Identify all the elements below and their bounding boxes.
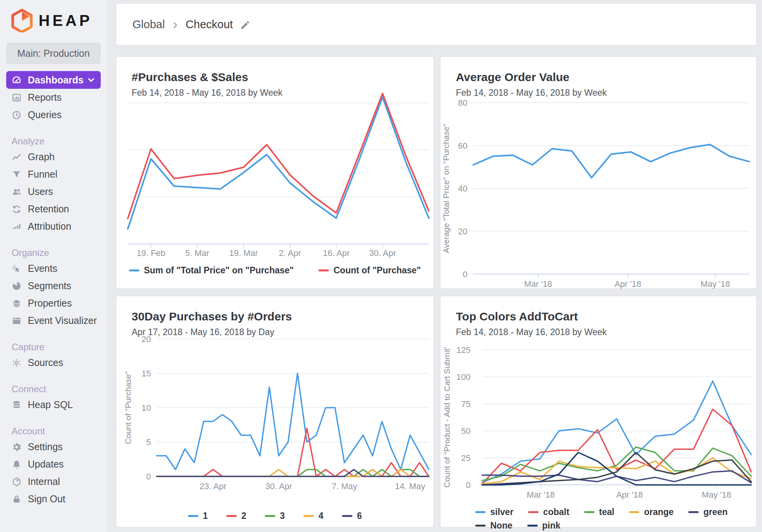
svg-text:30. Apr: 30. Apr [265, 481, 292, 491]
legend-item-4[interactable]: 4 [303, 511, 323, 521]
sidebar-item-event-visualizer[interactable]: Event Visualizer [0, 312, 107, 329]
sidebar-item-graph[interactable]: Graph [0, 148, 107, 166]
sidebar-item-label: Events [28, 263, 57, 274]
svg-text:5: 5 [146, 437, 151, 447]
svg-text:30. Apr: 30. Apr [369, 248, 396, 258]
sidebar-item-label: Segments [28, 280, 71, 291]
legend-item-6[interactable]: 6 [342, 511, 362, 521]
svg-text:7. May: 7. May [332, 481, 357, 491]
heap-logo-icon [11, 8, 33, 32]
sidebar-item-sign-out[interactable]: Sign Out [0, 490, 107, 508]
sidebar-item-properties[interactable]: Properties [0, 295, 107, 312]
breadcrumb-global[interactable]: Global [132, 18, 165, 31]
sidebar-item-label: Users [28, 186, 53, 197]
sidebar-item-funnel[interactable]: Funnel [0, 166, 107, 183]
legend-item-none[interactable]: None [475, 520, 513, 531]
legend-item-3[interactable]: 3 [265, 511, 285, 521]
sidebar-item-settings[interactable]: Settings [0, 438, 107, 456]
legend-item-count-of-purchase[interactable]: Count of "Purchase" [318, 265, 421, 276]
legend-item-green[interactable]: green [688, 507, 728, 517]
sidebar-item-sources[interactable]: Sources [0, 354, 107, 371]
purchases-sales-legend: Sum of "Total Price" on "Purchase"Count … [116, 265, 433, 276]
svg-text:0: 0 [466, 480, 471, 490]
legend-item-silver[interactable]: silver [475, 507, 513, 517]
sidebar-item-label: Queries [28, 109, 62, 120]
sidebar-section-connect: Connect [0, 382, 107, 396]
sidebar-item-internal[interactable]: Internal [0, 473, 107, 490]
sidebar-item-events[interactable]: Events [0, 260, 107, 277]
svg-text:15: 15 [142, 369, 151, 378]
sidebar-item-label: Reports [28, 92, 62, 103]
sidebar-section-account: Account [0, 424, 107, 438]
sidebar-item-label: Heap SQL [28, 399, 73, 410]
sidebar-section-capture: Capture [0, 340, 107, 354]
legend-swatch [475, 511, 486, 513]
sidebar-item-label: Graph [28, 151, 54, 163]
sidebar-item-segments[interactable]: Segments [0, 277, 107, 295]
funnel-icon [12, 169, 22, 180]
chart-card-purchases-sales: #Purchases & $Sales Feb 14, 2018 - May 1… [116, 56, 434, 289]
svg-text:May '18: May '18 [701, 279, 730, 289]
legend-swatch [527, 525, 538, 527]
sidebar: HEAP Main: Production DashboardsReportsQ… [0, 0, 107, 532]
edit-dashboard-name-button[interactable] [240, 20, 251, 30]
svg-text:5. Mar: 5. Mar [185, 248, 209, 258]
settings-icon [12, 442, 22, 452]
breadcrumb-checkout[interactable]: Checkout [186, 18, 233, 31]
chevron-down-icon[interactable] [86, 75, 96, 85]
sidebar-section-organize: Organize [0, 246, 107, 260]
svg-text:40: 40 [458, 184, 467, 193]
svg-text:Average "Total Price" on "Purc: Average "Total Price" on "Purchase" [442, 124, 450, 253]
sidebar-item-queries[interactable]: Queries [0, 106, 107, 124]
legend-item-orange[interactable]: orange [629, 507, 674, 517]
svg-text:Count of "Purchase": Count of "Purchase" [124, 371, 132, 444]
legend-swatch [528, 511, 538, 513]
sidebar-item-reports[interactable]: Reports [0, 89, 107, 106]
svg-text:10: 10 [142, 403, 151, 413]
legend-item-pink[interactable]: pink [527, 520, 560, 531]
sidebar-item-retention[interactable]: Retention [0, 200, 107, 218]
updates-icon [12, 459, 22, 469]
legend-item-2[interactable]: 2 [226, 511, 246, 521]
svg-text:0: 0 [463, 269, 467, 279]
sidebar-item-users[interactable]: Users [0, 183, 107, 200]
legend-swatch [188, 515, 198, 517]
segments-icon [12, 281, 22, 291]
sidebar-item-label: Internal [28, 476, 60, 487]
legend-item-cobalt[interactable]: cobalt [528, 507, 569, 517]
sidebar-item-dashboards[interactable]: Dashboards [6, 71, 101, 89]
legend-swatch [688, 511, 699, 513]
heap-logo[interactable]: HEAP [0, 0, 107, 32]
legend-swatch [226, 515, 237, 517]
svg-text:50: 50 [461, 426, 471, 436]
sidebar-item-label: Updates [28, 459, 64, 470]
sidebar-section-analyze: Analyze [0, 134, 107, 148]
svg-text:20: 20 [142, 334, 151, 344]
legend-item-teal[interactable]: teal [584, 507, 615, 517]
legend-label: Count of "Purchase" [334, 265, 421, 276]
svg-text:Count of "Product - Add to Car: Count of "Product - Add to Cart Submit' [442, 347, 451, 488]
legend-swatch [475, 525, 486, 527]
sidebar-item-heap-sql[interactable]: Heap SQL [0, 396, 107, 413]
purchases-sales-chart: 19. Feb5. Mar19. Mar2. Apr16. Apr30. Apr [116, 57, 434, 289]
legend-label: 1 [203, 511, 208, 521]
sidebar-item-updates[interactable]: Updates [0, 456, 107, 473]
svg-text:14. May: 14. May [395, 481, 425, 491]
legend-label: pink [542, 520, 560, 531]
svg-text:80: 80 [458, 98, 467, 108]
internal-icon [12, 477, 22, 487]
sidebar-item-attribution[interactable]: Attribution [0, 218, 107, 235]
30day-purchases-legend: 12346 [116, 511, 433, 521]
retention-icon [12, 204, 22, 214]
queries-icon [12, 110, 22, 120]
legend-swatch [265, 515, 275, 517]
sidebar-item-label: Dashboards [28, 75, 83, 86]
svg-text:2. Apr: 2. Apr [279, 248, 301, 258]
legend-item-sum-of-total-price-on-purchase[interactable]: Sum of "Total Price" on "Purchase" [129, 265, 294, 276]
sidebar-item-label: Properties [28, 298, 72, 309]
sidebar-item-label: Sources [28, 357, 63, 368]
legend-label: teal [599, 507, 615, 517]
legend-item-1[interactable]: 1 [188, 511, 208, 521]
environment-selector[interactable]: Main: Production [6, 42, 101, 64]
events-icon [12, 264, 22, 274]
